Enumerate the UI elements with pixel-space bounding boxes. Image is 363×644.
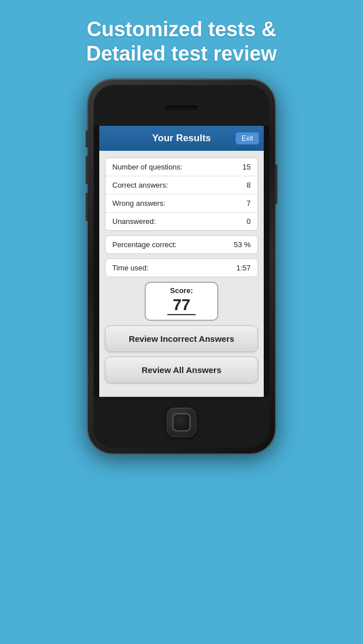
power-button [275,164,277,204]
header-line1: Customized tests & [0,17,363,41]
percentage-section: Percentage correct: 53 % [105,235,258,254]
stat-row-time: Time used: 1:57 [105,259,258,277]
home-button-icon [172,413,191,431]
volume-down-button [86,193,88,221]
time-section: Time used: 1:57 [105,259,258,277]
mute-button [86,130,88,147]
volume-up-button [86,156,88,184]
top-bezel [94,85,269,126]
stat-label-unanswered: Unanswered: [112,217,156,226]
stat-row-unanswered: Unanswered: 0 [105,213,258,230]
header-line2: Detailed test review [0,41,363,66]
score-label: Score: [153,286,210,295]
stat-label-time: Time used: [112,264,149,272]
stat-label-correct: Correct answers: [112,181,168,189]
home-button[interactable] [167,408,196,437]
screen-header-bar: Your Results Exit [99,126,264,151]
screen-title: Your Results [152,133,211,144]
speaker [166,105,197,110]
stat-value-correct: 8 [247,181,251,189]
screen-bezel: Your Results Exit Number of questions: 1… [94,85,269,448]
page-header: Customized tests & Detailed test review [0,0,363,66]
score-value: 77 [167,296,196,315]
review-all-button[interactable]: Review All Answers [105,357,258,383]
stat-value-time: 1:57 [237,264,251,272]
bottom-bezel [94,397,269,448]
phone-screen: Your Results Exit Number of questions: 1… [99,126,264,397]
stat-row-wrong: Wrong answers: 7 [105,194,258,213]
score-box: Score: 77 [145,282,218,321]
stat-label-wrong: Wrong answers: [112,199,166,207]
stat-row-percentage: Percentage correct: 53 % [105,236,258,253]
camera [179,95,184,100]
stat-value-percentage: 53 % [234,240,251,249]
phone-device: Your Results Exit Number of questions: 1… [88,79,275,454]
stat-row-correct: Correct answers: 8 [105,176,258,194]
stat-value-unanswered: 0 [247,217,251,226]
stats-group: Number of questions: 15 Correct answers:… [105,158,258,231]
stat-value-wrong: 7 [247,199,251,207]
stat-value-questions: 15 [243,163,251,171]
stat-row-questions: Number of questions: 15 [105,158,258,176]
review-incorrect-button[interactable]: Review Incorrect Answers [105,325,258,352]
stat-label-percentage: Percentage correct: [112,240,176,249]
screen-body: Number of questions: 15 Correct answers:… [99,151,264,397]
exit-button[interactable]: Exit [235,132,259,145]
stat-label-questions: Number of questions: [112,163,183,171]
